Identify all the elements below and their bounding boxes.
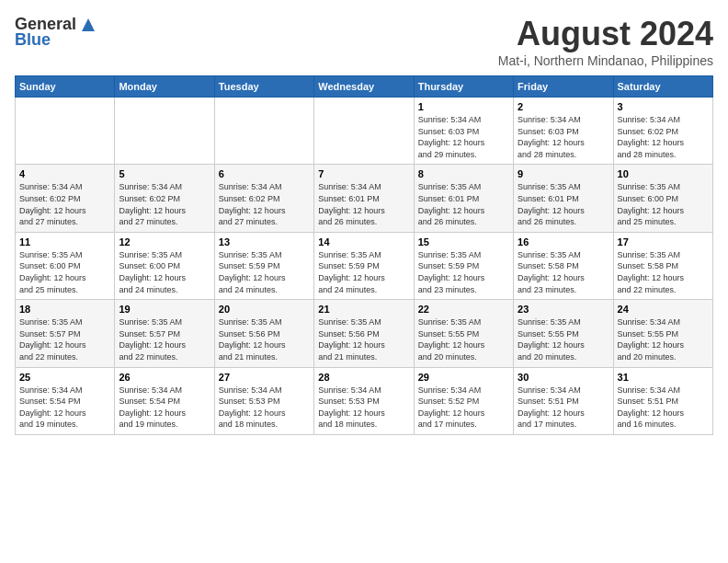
calendar-cell xyxy=(314,98,414,165)
day-number: 30 xyxy=(518,372,609,383)
calendar-cell xyxy=(115,98,214,165)
day-number: 31 xyxy=(618,372,709,383)
calendar-cell: 7Sunrise: 5:34 AM Sunset: 6:01 PM Daylig… xyxy=(314,165,414,232)
day-number: 1 xyxy=(418,101,509,112)
day-number: 8 xyxy=(418,168,509,179)
calendar-cell: 6Sunrise: 5:34 AM Sunset: 6:02 PM Daylig… xyxy=(214,165,313,232)
calendar-cell: 26Sunrise: 5:34 AM Sunset: 5:54 PM Dayli… xyxy=(115,367,214,434)
day-info: Sunrise: 5:35 AM Sunset: 5:59 PM Dayligh… xyxy=(418,249,509,295)
day-info: Sunrise: 5:34 AM Sunset: 6:01 PM Dayligh… xyxy=(318,181,409,227)
day-number: 13 xyxy=(219,236,310,247)
weekday-header-sunday: Sunday xyxy=(16,76,115,98)
calendar-cell: 15Sunrise: 5:35 AM Sunset: 5:59 PM Dayli… xyxy=(414,232,513,299)
day-info: Sunrise: 5:34 AM Sunset: 6:02 PM Dayligh… xyxy=(219,181,310,227)
calendar-cell: 10Sunrise: 5:35 AM Sunset: 6:00 PM Dayli… xyxy=(613,165,712,232)
title-area: August 2024 Mat-i, Northern Mindanao, Ph… xyxy=(498,15,713,68)
day-info: Sunrise: 5:34 AM Sunset: 5:53 PM Dayligh… xyxy=(219,385,310,431)
weekday-header-row: SundayMondayTuesdayWednesdayThursdayFrid… xyxy=(16,76,713,98)
day-info: Sunrise: 5:35 AM Sunset: 5:57 PM Dayligh… xyxy=(119,316,210,362)
day-number: 24 xyxy=(618,304,709,315)
day-info: Sunrise: 5:35 AM Sunset: 6:01 PM Dayligh… xyxy=(518,181,609,227)
calendar-cell: 5Sunrise: 5:34 AM Sunset: 6:02 PM Daylig… xyxy=(115,165,214,232)
calendar-cell: 23Sunrise: 5:35 AM Sunset: 5:55 PM Dayli… xyxy=(514,300,613,367)
day-number: 17 xyxy=(618,236,709,247)
calendar-cell xyxy=(214,98,313,165)
calendar-cell: 11Sunrise: 5:35 AM Sunset: 6:00 PM Dayli… xyxy=(16,232,115,299)
day-info: Sunrise: 5:35 AM Sunset: 5:57 PM Dayligh… xyxy=(19,316,110,362)
weekday-header-saturday: Saturday xyxy=(613,76,712,98)
day-number: 12 xyxy=(119,236,210,247)
weekday-header-friday: Friday xyxy=(514,76,613,98)
day-info: Sunrise: 5:34 AM Sunset: 5:51 PM Dayligh… xyxy=(518,385,609,431)
day-number: 5 xyxy=(119,168,210,179)
day-number: 20 xyxy=(219,304,310,315)
day-info: Sunrise: 5:34 AM Sunset: 5:54 PM Dayligh… xyxy=(119,385,210,431)
calendar-cell: 22Sunrise: 5:35 AM Sunset: 5:55 PM Dayli… xyxy=(414,300,513,367)
day-info: Sunrise: 5:35 AM Sunset: 5:59 PM Dayligh… xyxy=(219,249,310,295)
day-number: 19 xyxy=(119,304,210,315)
day-info: Sunrise: 5:35 AM Sunset: 5:56 PM Dayligh… xyxy=(318,316,409,362)
calendar-cell: 2Sunrise: 5:34 AM Sunset: 6:03 PM Daylig… xyxy=(514,98,613,165)
calendar-cell: 8Sunrise: 5:35 AM Sunset: 6:01 PM Daylig… xyxy=(414,165,513,232)
day-number: 3 xyxy=(618,101,709,112)
day-number: 9 xyxy=(518,168,609,179)
calendar-cell: 27Sunrise: 5:34 AM Sunset: 5:53 PM Dayli… xyxy=(214,367,313,434)
weekday-header-wednesday: Wednesday xyxy=(314,76,414,98)
day-number: 16 xyxy=(518,236,609,247)
day-number: 7 xyxy=(318,168,409,179)
day-number: 23 xyxy=(518,304,609,315)
day-number: 21 xyxy=(318,304,409,315)
day-info: Sunrise: 5:35 AM Sunset: 5:58 PM Dayligh… xyxy=(618,249,709,295)
calendar-cell: 3Sunrise: 5:34 AM Sunset: 6:02 PM Daylig… xyxy=(613,98,712,165)
day-info: Sunrise: 5:35 AM Sunset: 5:59 PM Dayligh… xyxy=(318,249,409,295)
day-info: Sunrise: 5:35 AM Sunset: 6:01 PM Dayligh… xyxy=(418,181,509,227)
day-info: Sunrise: 5:34 AM Sunset: 5:52 PM Dayligh… xyxy=(418,385,509,431)
day-info: Sunrise: 5:34 AM Sunset: 6:03 PM Dayligh… xyxy=(418,114,509,160)
day-number: 22 xyxy=(418,304,509,315)
day-number: 11 xyxy=(19,236,110,247)
calendar-cell: 21Sunrise: 5:35 AM Sunset: 5:56 PM Dayli… xyxy=(314,300,414,367)
day-number: 10 xyxy=(618,168,709,179)
calendar-cell: 25Sunrise: 5:34 AM Sunset: 5:54 PM Dayli… xyxy=(16,367,115,434)
day-info: Sunrise: 5:34 AM Sunset: 5:55 PM Dayligh… xyxy=(618,316,709,362)
day-number: 6 xyxy=(219,168,310,179)
logo: General Blue xyxy=(15,15,98,50)
day-info: Sunrise: 5:34 AM Sunset: 6:02 PM Dayligh… xyxy=(19,181,110,227)
day-number: 29 xyxy=(418,372,509,383)
calendar-cell: 19Sunrise: 5:35 AM Sunset: 5:57 PM Dayli… xyxy=(115,300,214,367)
calendar-cell: 28Sunrise: 5:34 AM Sunset: 5:53 PM Dayli… xyxy=(314,367,414,434)
day-number: 15 xyxy=(418,236,509,247)
calendar-cell: 30Sunrise: 5:34 AM Sunset: 5:51 PM Dayli… xyxy=(514,367,613,434)
svg-marker-0 xyxy=(82,18,95,31)
day-number: 18 xyxy=(19,304,110,315)
calendar-week-5: 25Sunrise: 5:34 AM Sunset: 5:54 PM Dayli… xyxy=(16,367,713,434)
day-info: Sunrise: 5:35 AM Sunset: 5:56 PM Dayligh… xyxy=(219,316,310,362)
weekday-header-tuesday: Tuesday xyxy=(214,76,313,98)
day-info: Sunrise: 5:34 AM Sunset: 5:53 PM Dayligh… xyxy=(318,385,409,431)
day-info: Sunrise: 5:35 AM Sunset: 6:00 PM Dayligh… xyxy=(119,249,210,295)
calendar-week-2: 4Sunrise: 5:34 AM Sunset: 6:02 PM Daylig… xyxy=(16,165,713,232)
calendar-cell: 12Sunrise: 5:35 AM Sunset: 6:00 PM Dayli… xyxy=(115,232,214,299)
logo-icon xyxy=(78,15,98,31)
day-info: Sunrise: 5:34 AM Sunset: 6:02 PM Dayligh… xyxy=(119,181,210,227)
day-info: Sunrise: 5:35 AM Sunset: 5:55 PM Dayligh… xyxy=(518,316,609,362)
calendar-cell: 14Sunrise: 5:35 AM Sunset: 5:59 PM Dayli… xyxy=(314,232,414,299)
location-title: Mat-i, Northern Mindanao, Philippines xyxy=(498,53,713,68)
day-info: Sunrise: 5:34 AM Sunset: 5:54 PM Dayligh… xyxy=(19,385,110,431)
calendar-cell: 18Sunrise: 5:35 AM Sunset: 5:57 PM Dayli… xyxy=(16,300,115,367)
calendar-week-1: 1Sunrise: 5:34 AM Sunset: 6:03 PM Daylig… xyxy=(16,98,713,165)
calendar-cell: 13Sunrise: 5:35 AM Sunset: 5:59 PM Dayli… xyxy=(214,232,313,299)
weekday-header-monday: Monday xyxy=(115,76,214,98)
calendar-cell: 1Sunrise: 5:34 AM Sunset: 6:03 PM Daylig… xyxy=(414,98,513,165)
day-info: Sunrise: 5:34 AM Sunset: 6:03 PM Dayligh… xyxy=(518,114,609,160)
calendar-cell: 4Sunrise: 5:34 AM Sunset: 6:02 PM Daylig… xyxy=(16,165,115,232)
calendar-cell: 24Sunrise: 5:34 AM Sunset: 5:55 PM Dayli… xyxy=(613,300,712,367)
month-title: August 2024 xyxy=(498,15,713,53)
calendar-cell: 16Sunrise: 5:35 AM Sunset: 5:58 PM Dayli… xyxy=(514,232,613,299)
calendar-cell: 29Sunrise: 5:34 AM Sunset: 5:52 PM Dayli… xyxy=(414,367,513,434)
calendar-week-3: 11Sunrise: 5:35 AM Sunset: 6:00 PM Dayli… xyxy=(16,232,713,299)
day-info: Sunrise: 5:34 AM Sunset: 6:02 PM Dayligh… xyxy=(618,114,709,160)
day-number: 4 xyxy=(19,168,110,179)
calendar-cell: 20Sunrise: 5:35 AM Sunset: 5:56 PM Dayli… xyxy=(214,300,313,367)
day-number: 25 xyxy=(19,372,110,383)
